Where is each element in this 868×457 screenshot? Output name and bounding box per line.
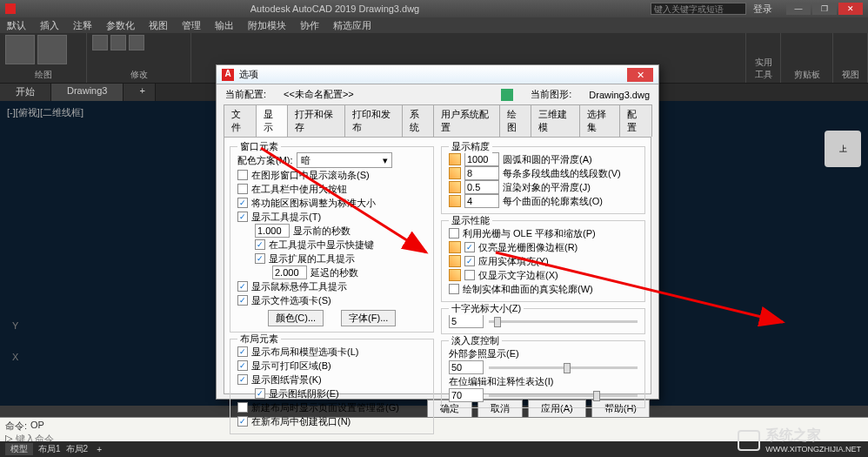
login-link[interactable]: 登录 <box>753 3 772 16</box>
view-cube[interactable]: 上 <box>825 131 861 167</box>
surf-lines-input[interactable] <box>464 194 499 208</box>
menu-item[interactable]: 默认 <box>0 17 33 33</box>
dialog-close-button[interactable]: ✕ <box>627 68 653 82</box>
tooltip-checkbox[interactable]: ✓ <box>237 212 248 222</box>
ribbon-tool-icon[interactable] <box>110 35 126 50</box>
slider-thumb[interactable] <box>593 391 600 401</box>
slider-thumb[interactable] <box>494 317 501 327</box>
print-area-checkbox[interactable]: ✓ <box>237 360 248 371</box>
arc-smooth-input[interactable] <box>464 152 499 166</box>
close-button[interactable]: ✕ <box>838 3 863 15</box>
silhouette-checkbox[interactable] <box>449 284 459 294</box>
layout-tab-checkbox[interactable]: ✓ <box>237 346 248 357</box>
ribbon-tool-icon[interactable] <box>92 35 108 50</box>
slider-thumb[interactable] <box>564 363 571 373</box>
inplace-fade-input[interactable] <box>449 388 484 402</box>
status-layout[interactable]: 布局2 <box>66 443 89 455</box>
tab-display[interactable]: 显示 <box>256 104 289 137</box>
scheme-dropdown[interactable]: 暗▾ <box>297 152 392 168</box>
menu-item[interactable]: 注释 <box>66 17 99 33</box>
perf-icon <box>449 269 461 281</box>
crosshair-size-input[interactable] <box>449 314 484 328</box>
ribbon-tool-icon[interactable] <box>5 35 35 64</box>
tab-drawing[interactable]: Drawing3 <box>51 84 124 101</box>
profile-value: <<未命名配置>> <box>284 88 354 101</box>
minimize-button[interactable]: — <box>786 3 811 15</box>
tab-add-button[interactable]: + <box>124 84 156 101</box>
xref-fade-slider[interactable] <box>489 366 638 369</box>
tab-selection[interactable]: 选择集 <box>579 104 620 137</box>
watermark: 系统之家 WWW.XITONGZHIJIA.NET <box>738 427 861 454</box>
inplace-fade-slider[interactable] <box>489 394 638 397</box>
ucs-icon: Y X <box>12 320 18 362</box>
resize-icon-checkbox[interactable]: ✓ <box>237 198 248 208</box>
fonts-button[interactable]: 字体(F)... <box>341 310 396 326</box>
scroll-checkbox[interactable] <box>237 170 248 180</box>
tab-start[interactable]: 开始 <box>0 84 51 101</box>
menu-item[interactable]: 协作 <box>293 17 326 33</box>
status-layout[interactable]: 布局1 <box>38 443 61 455</box>
solid-fill-checkbox[interactable]: ✓ <box>464 256 475 266</box>
tab-profiles[interactable]: 配置 <box>619 104 652 137</box>
tooltip-delay-input[interactable] <box>255 224 290 238</box>
tab-drafting[interactable]: 绘图 <box>499 104 532 137</box>
status-add-layout[interactable]: + <box>93 445 105 454</box>
options-dialog: A 选项 ✕ 当前配置: <<未命名配置>> 当前图形: Drawing3.dw… <box>216 64 659 400</box>
window-elements-group: 窗口元素 配色方案(M): 暗▾ 在图形窗口中显示滚动条(S) 在工具栏中使用大… <box>230 146 434 333</box>
paper-bg-checkbox[interactable]: ✓ <box>237 374 248 385</box>
scheme-label: 配色方案(M): <box>237 153 293 167</box>
seg-input[interactable] <box>464 166 499 180</box>
large-btn-checkbox[interactable] <box>237 184 248 194</box>
crosshair-slider[interactable] <box>489 320 638 323</box>
tab-system[interactable]: 系统 <box>402 104 435 137</box>
app-logo-icon <box>5 3 16 14</box>
drawing-label: 当前图形: <box>531 88 571 101</box>
dialog-title: 选项 <box>239 68 627 81</box>
tab-plot[interactable]: 打印和发布 <box>344 104 403 137</box>
maximize-button[interactable]: ❐ <box>812 3 837 15</box>
menu-item[interactable]: 附加模块 <box>241 17 293 33</box>
resolution-icon <box>449 195 461 207</box>
new-layout-mgr-checkbox[interactable] <box>237 402 248 413</box>
raster-frame-checkbox[interactable]: ✓ <box>464 242 475 252</box>
text-frame-checkbox[interactable] <box>464 270 475 280</box>
shortcut-checkbox[interactable]: ✓ <box>255 239 265 250</box>
cmd-value: OP <box>30 420 44 433</box>
pan-zoom-checkbox[interactable] <box>449 228 459 239</box>
menu-item[interactable]: 插入 <box>33 17 66 33</box>
tab-files[interactable]: 文件 <box>224 104 257 137</box>
group-title: 十字光标大小(Z) <box>449 302 524 315</box>
tab-3d[interactable]: 三维建模 <box>531 104 580 137</box>
render-smooth-input[interactable] <box>464 180 499 194</box>
crosshair-group: 十字光标大小(Z) <box>441 308 645 334</box>
menu-item[interactable]: 管理 <box>175 17 208 33</box>
menu-item[interactable]: 视图 <box>142 17 175 33</box>
dialog-titlebar: A 选项 ✕ <box>217 65 658 84</box>
ribbon-group-label: 视图 <box>838 69 862 81</box>
search-input[interactable]: 键入关键字或短语 <box>651 3 746 15</box>
ribbon-tool-icon[interactable] <box>37 35 67 64</box>
hover-checkbox[interactable]: ✓ <box>237 281 248 292</box>
file-tab-checkbox[interactable]: ✓ <box>237 295 248 306</box>
fade-group: 淡入度控制 外部参照显示(E) 在位编辑和注释性表达(I) <box>441 340 645 408</box>
menu-item[interactable]: 输出 <box>208 17 241 33</box>
watermark-logo-icon <box>738 430 760 451</box>
ext-tooltip-checkbox[interactable]: ✓ <box>255 253 265 264</box>
menu-item[interactable]: 精选应用 <box>326 17 378 33</box>
viewport-checkbox[interactable]: ✓ <box>237 416 248 427</box>
status-model[interactable]: 模型 <box>5 443 33 455</box>
group-title: 显示性能 <box>449 214 492 227</box>
ext-delay-input[interactable] <box>272 265 307 279</box>
menu-item[interactable]: 参数化 <box>99 17 142 33</box>
cmd-label: 命令: <box>5 420 27 433</box>
group-title: 窗口元素 <box>237 140 281 153</box>
view-label: [-][俯视][二维线框] <box>7 106 83 119</box>
paper-shadow-checkbox[interactable]: ✓ <box>255 388 265 399</box>
tab-user-prefs[interactable]: 用户系统配置 <box>433 104 500 137</box>
app-title: Autodesk AutoCAD 2019 Drawing3.dwg <box>19 3 651 14</box>
xref-fade-input[interactable] <box>449 360 484 374</box>
tab-open-save[interactable]: 打开和保存 <box>287 104 345 137</box>
ribbon-group-label: 修改 <box>92 69 185 81</box>
colors-button[interactable]: 颜色(C)... <box>268 310 324 326</box>
ribbon-tool-icon[interactable] <box>129 35 144 50</box>
